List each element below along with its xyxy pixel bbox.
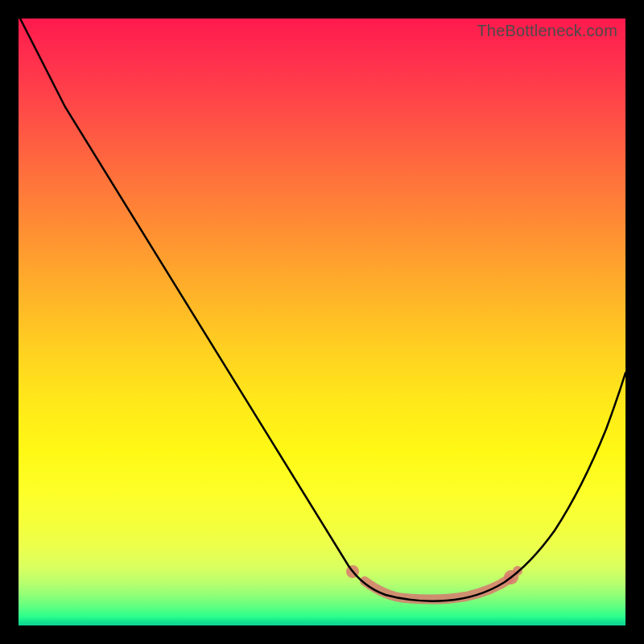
bottleneck-curve xyxy=(19,19,625,625)
curve-path xyxy=(20,19,625,601)
app-frame: TheBottleneck.com xyxy=(0,0,644,644)
watermark-text: TheBottleneck.com xyxy=(477,22,617,40)
highlight-segment xyxy=(365,579,510,600)
chart-plot-area: TheBottleneck.com xyxy=(19,19,625,625)
